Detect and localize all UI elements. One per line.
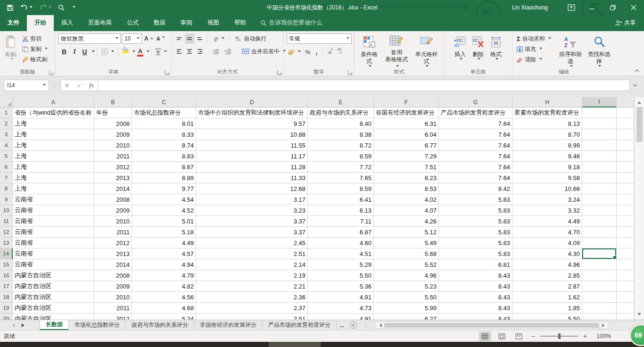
bold-button[interactable]: B: [58, 48, 70, 56]
cell-H20[interactable]: 5.50: [512, 314, 582, 320]
cell-partial-2[interactable]: [617, 118, 634, 129]
name-box[interactable]: I14: [4, 80, 49, 91]
cell-H4[interactable]: 8.99: [512, 140, 582, 151]
cell-G6[interactable]: 7.64: [439, 162, 512, 173]
zoom-in-icon[interactable]: +: [582, 332, 588, 340]
column-header-D[interactable]: D: [196, 97, 308, 107]
cell-E9[interactable]: 6.41: [308, 194, 374, 205]
underline-dropdown[interactable]: [92, 50, 95, 54]
cell-F19[interactable]: 5.99: [374, 303, 439, 314]
cell-C3[interactable]: 8.33: [132, 129, 196, 140]
column-header-I[interactable]: I: [582, 97, 617, 107]
cell-B16[interactable]: 2008: [94, 270, 132, 281]
cell-I17[interactable]: [582, 281, 617, 292]
cell-C8[interactable]: 9.77: [132, 183, 196, 194]
tab-file[interactable]: 文件: [0, 15, 27, 31]
vertical-scroll-thumb[interactable]: [636, 107, 643, 142]
cell-B1[interactable]: 年份: [94, 107, 132, 118]
cell-partial-14[interactable]: [617, 248, 634, 259]
cell-A6[interactable]: 上海: [13, 162, 94, 173]
cell-D16[interactable]: 2.19: [196, 270, 308, 281]
column-header-E[interactable]: E: [308, 97, 374, 107]
cell-I8[interactable]: [582, 183, 617, 194]
user-name[interactable]: Lin Xiaochong: [512, 4, 548, 11]
merge-center-button[interactable]: 合并后居中: [239, 46, 288, 57]
cell-I20[interactable]: [582, 314, 617, 320]
cell-A19[interactable]: 内蒙古自治区: [13, 303, 94, 314]
cell-E20[interactable]: 4.91: [308, 314, 374, 320]
cell-E10[interactable]: 6.13: [308, 205, 374, 216]
cell-F15[interactable]: 5.52: [374, 259, 439, 270]
autosum-button[interactable]: Σ 自动求和: [514, 33, 553, 44]
accounting-format-icon[interactable]: [287, 47, 302, 57]
cell-A8[interactable]: 上海: [13, 183, 94, 194]
cell-E13[interactable]: 4.60: [308, 238, 374, 248]
cell-A20[interactable]: 内蒙古自治区: [13, 314, 94, 320]
font-dialog-launcher-icon[interactable]: [165, 70, 170, 75]
undo-icon[interactable]: [20, 4, 33, 11]
decrease-decimal-icon[interactable]: .00→.0: [334, 47, 343, 57]
cell-I6[interactable]: [582, 162, 617, 173]
column-header-C[interactable]: C: [132, 97, 196, 107]
row-header-6[interactable]: 6: [0, 162, 13, 173]
cell-C9[interactable]: 4.54: [132, 194, 196, 205]
sheet-nav-left-icon[interactable]: [7, 320, 18, 330]
cell-C4[interactable]: 8.74: [132, 140, 196, 151]
cell-I16[interactable]: [582, 270, 617, 281]
cell-I4[interactable]: [582, 140, 617, 151]
cell-A5[interactable]: 上海: [13, 151, 94, 162]
cell-D9[interactable]: 3.17: [196, 194, 308, 205]
cell-H7[interactable]: 9.58: [512, 173, 582, 183]
cell-H8[interactable]: 10.66: [512, 183, 582, 194]
column-header-partial[interactable]: [617, 97, 634, 107]
cell-C19[interactable]: 4.68: [132, 303, 196, 314]
scroll-left-icon[interactable]: [376, 322, 383, 328]
fill-color-icon[interactable]: [121, 47, 131, 57]
select-all-corner[interactable]: [0, 97, 13, 107]
tellme-search[interactable]: 告诉我你想要做什么: [254, 15, 329, 31]
cell-B9[interactable]: 2008: [94, 194, 132, 205]
cell-A17[interactable]: 内蒙古自治区: [13, 281, 94, 292]
horizontal-scrollbar[interactable]: [375, 322, 608, 329]
cell-G10[interactable]: 5.83: [439, 205, 512, 216]
cell-B11[interactable]: 2010: [94, 216, 132, 227]
cell-F4[interactable]: 6.77: [374, 140, 439, 151]
cell-A13[interactable]: 云南省: [13, 238, 94, 248]
cell-B2[interactable]: 2008: [94, 118, 132, 129]
cell-G13[interactable]: 5.83: [439, 238, 512, 248]
cell-I11[interactable]: [582, 216, 617, 227]
tab-插入[interactable]: 插入: [54, 15, 81, 31]
italic-button[interactable]: I: [70, 48, 79, 56]
cell-D1[interactable]: 市场中介组织的发育和法律制度环境评分: [196, 107, 308, 118]
delete-cells-button[interactable]: 删除: [469, 33, 487, 68]
row-header-10[interactable]: 10: [0, 205, 13, 216]
row-header-4[interactable]: 4: [0, 140, 13, 151]
cell-I18[interactable]: [582, 292, 617, 303]
cell-D13[interactable]: 2.45: [196, 238, 308, 248]
column-header-G[interactable]: G: [439, 97, 512, 107]
cell-G19[interactable]: 8.43: [439, 303, 512, 314]
wrap-text-button[interactable]: ab 自动换行: [233, 33, 269, 44]
format-cells-button[interactable]: 格式: [487, 33, 505, 68]
cell-G16[interactable]: 8.43: [439, 270, 512, 281]
cell-H17[interactable]: 2.87: [512, 281, 582, 292]
clipboard-dialog-launcher-icon[interactable]: [49, 70, 54, 75]
align-bottom-icon[interactable]: [195, 33, 205, 44]
cell-C10[interactable]: 4.52: [132, 205, 196, 216]
zoom-level[interactable]: 100%: [593, 333, 611, 339]
cut-button[interactable]: 剪切: [20, 33, 50, 44]
cell-F7[interactable]: 8.23: [374, 173, 439, 183]
cell-C6[interactable]: 8.67: [132, 162, 196, 173]
cell-I1[interactable]: [582, 107, 617, 118]
cell-H10[interactable]: 3.32: [512, 205, 582, 216]
cell-I19[interactable]: [582, 303, 617, 314]
cell-I5[interactable]: [582, 151, 617, 162]
restore-icon[interactable]: [603, 0, 623, 15]
cell-B5[interactable]: 2011: [94, 151, 132, 162]
cell-A11[interactable]: 云南省: [13, 216, 94, 227]
cell-H2[interactable]: 8.13: [512, 118, 582, 129]
cell-C12[interactable]: 5.18: [132, 227, 196, 238]
cell-C14[interactable]: 4.57: [132, 248, 196, 259]
cell-G14[interactable]: 5.83: [439, 248, 512, 259]
cell-H14[interactable]: 4.30: [512, 248, 582, 259]
